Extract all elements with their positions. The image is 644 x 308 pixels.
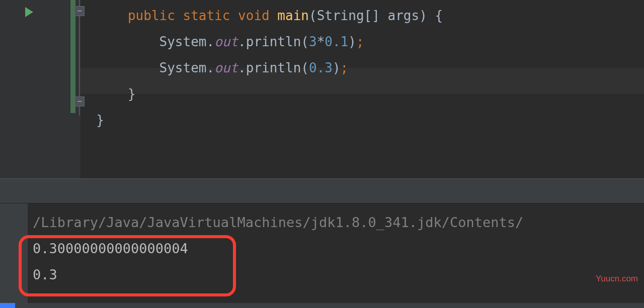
terminal-output[interactable]: /Library/Java/JavaVirtualMachines/jdk1.8… xyxy=(28,203,644,308)
status-bar xyxy=(0,303,644,308)
code-line-3: System.out.println(0.3); xyxy=(80,55,644,81)
terminal-output-line-2: 0.3 xyxy=(33,262,644,288)
terminal-pane: /Library/Java/JavaVirtualMachines/jdk1.8… xyxy=(0,203,644,308)
code-line-5: } xyxy=(80,107,644,133)
code-text-area[interactable]: public static void main(String[] args) {… xyxy=(80,0,644,178)
code-line-2: System.out.println(3*0.1); xyxy=(80,29,644,55)
status-indicator xyxy=(0,303,15,308)
panel-divider[interactable] xyxy=(0,178,644,203)
watermark-text: Yuucn.com xyxy=(596,274,638,284)
run-icon[interactable] xyxy=(25,7,33,17)
editor-gutter: − − xyxy=(0,0,80,178)
terminal-gutter xyxy=(0,203,28,308)
code-line-4: } xyxy=(80,81,644,107)
code-line-1: public static void main(String[] args) { xyxy=(80,3,644,29)
code-editor-pane: − − public static void main(String[] arg… xyxy=(0,0,644,178)
terminal-output-line-1: 0.30000000000000004 xyxy=(33,236,644,262)
terminal-command-path: /Library/Java/JavaVirtualMachines/jdk1.8… xyxy=(33,210,644,236)
